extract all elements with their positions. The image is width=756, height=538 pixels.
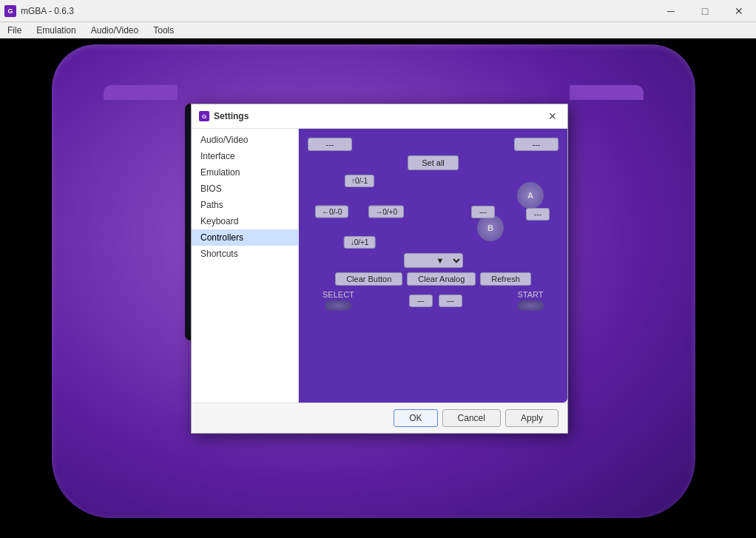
select-btn[interactable] <box>325 300 351 311</box>
l-trigger-button[interactable]: --- <box>308 138 352 151</box>
menu-emulation[interactable]: Emulation <box>29 22 83 38</box>
dpad-up-wrapper: ↑0/-1 <box>345 175 374 187</box>
minimize-button[interactable]: ─ <box>654 0 688 22</box>
select-mini2[interactable]: --- <box>439 295 462 307</box>
dpad-right-button[interactable]: →0/+0 <box>368 206 404 218</box>
btn-b[interactable]: B <box>477 215 504 241</box>
dpad-right-wrapper: →0/+0 <box>368 206 404 218</box>
sidebar: Audio/Video Interface Emulation BIOS Pat… <box>192 129 299 403</box>
sidebar-item-paths[interactable]: Paths <box>192 197 298 213</box>
select-label: SELECT <box>323 290 354 299</box>
titlebar: G mGBA - 0.6.3 ─ □ ✕ <box>0 0 756 22</box>
select-group: SELECT <box>323 290 354 311</box>
dpad-down-wrapper: ↓0/+1 <box>344 236 376 249</box>
sidebar-item-interface[interactable]: Interface <box>192 148 298 164</box>
controller-panel: --- --- Set all ↑0/-1 ←0/-0 <box>299 129 567 403</box>
shoulder-left <box>104 85 178 100</box>
shoulder-right <box>570 85 644 100</box>
start-btn[interactable] <box>517 300 544 311</box>
dialog-title: Settings <box>214 111 545 121</box>
dpad-up-button[interactable]: ↑0/-1 <box>345 175 374 187</box>
dpad-down-button[interactable]: ↓0/+1 <box>344 236 376 249</box>
ok-button[interactable]: OK <box>394 409 437 427</box>
dialog-body: Audio/Video Interface Emulation BIOS Pat… <box>192 129 567 403</box>
sidebar-item-controllers[interactable]: Controllers <box>192 229 298 246</box>
sidebar-item-audiovideo[interactable]: Audio/Video <box>192 132 298 148</box>
app-title: mGBA - 0.6.3 <box>21 6 654 16</box>
dropdown-row: ▼ <box>308 253 558 268</box>
dpad-left-wrapper: ←0/-0 <box>315 206 348 218</box>
clear-analog-btn[interactable]: Clear Analog <box>407 272 476 286</box>
controller-dropdown[interactable]: ▼ <box>404 253 463 268</box>
btn-a[interactable]: A <box>517 182 544 209</box>
sidebar-item-shortcuts[interactable]: Shortcuts <box>192 246 298 262</box>
dpad-ab-area: ↑0/-1 ←0/-0 →0/+0 ↓0/+1 A <box>308 175 558 249</box>
select-start-row: SELECT --- --- START <box>308 290 558 311</box>
dialog-footer: OK Cancel Apply <box>192 403 567 433</box>
maximize-button[interactable]: □ <box>688 0 722 22</box>
start-label: START <box>517 290 543 299</box>
dialog-icon: G <box>199 111 209 121</box>
btn-a-mini[interactable]: --- <box>526 208 550 221</box>
menu-file[interactable]: File <box>0 22 29 38</box>
menu-audiovideo[interactable]: Audio/Video <box>84 22 146 38</box>
menubar: File Emulation Audio/Video Tools <box>0 22 756 38</box>
dialog-titlebar: G Settings ✕ <box>192 104 567 129</box>
close-button[interactable]: ✕ <box>722 0 756 22</box>
trigger-row: --- --- <box>308 138 558 151</box>
refresh-btn[interactable]: Refresh <box>480 272 531 286</box>
menu-tools[interactable]: Tools <box>146 22 181 38</box>
cancel-button[interactable]: Cancel <box>442 409 501 427</box>
settings-dialog: G Settings ✕ Audio/Video Interface Emula… <box>191 104 568 434</box>
dpad-left-button[interactable]: ←0/-0 <box>315 206 348 218</box>
set-all-row: Set all <box>308 155 558 170</box>
select-mini-btns: --- --- <box>409 295 462 307</box>
sidebar-item-bios[interactable]: BIOS <box>192 181 298 197</box>
dialog-close-button[interactable]: ✕ <box>545 109 560 124</box>
dpad-container: ↑0/-1 ←0/-0 →0/+0 ↓0/+1 <box>315 175 404 249</box>
app-icon-label: G <box>7 7 13 15</box>
ab-container: A B --- --- <box>462 175 551 249</box>
apply-button[interactable]: Apply <box>505 409 558 427</box>
select-mini1[interactable]: --- <box>409 295 433 307</box>
btn-b-mini[interactable]: --- <box>471 206 495 218</box>
set-all-button[interactable]: Set all <box>408 155 459 170</box>
titlebar-controls: ─ □ ✕ <box>654 0 756 21</box>
start-group: START <box>517 290 544 311</box>
app-icon: G <box>4 5 16 17</box>
sidebar-item-keyboard[interactable]: Keyboard <box>192 213 298 229</box>
r-trigger-button[interactable]: --- <box>514 138 558 151</box>
clear-button-btn[interactable]: Clear Button <box>335 272 402 286</box>
action-buttons-row: Clear Button Clear Analog Refresh <box>308 272 558 286</box>
sidebar-item-emulation[interactable]: Emulation <box>192 164 298 181</box>
